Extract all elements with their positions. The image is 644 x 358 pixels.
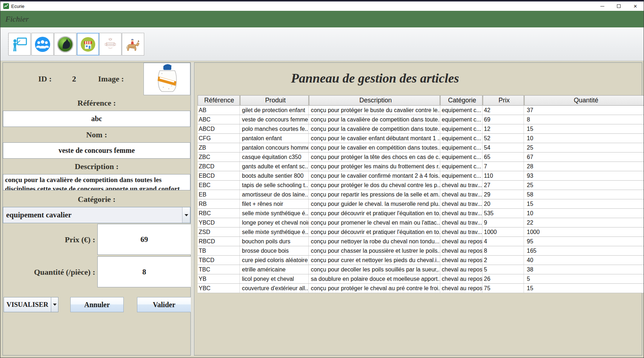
table-cell: YBC: [198, 284, 240, 293]
table-row[interactable]: ZBpantalon concours hommeconçu pour le c…: [198, 143, 644, 153]
table-row[interactable]: ZBCDgants adulte et enfant sc...conçu po…: [198, 162, 644, 171]
table-cell: couverture d'extérieur all...: [240, 284, 309, 293]
table-cell: 95: [524, 237, 644, 246]
table-row[interactable]: YBCDlonge poney et cheval noirconçu pour…: [198, 218, 644, 227]
column-header-5[interactable]: Quantité: [524, 95, 644, 106]
column-header-1[interactable]: Produit: [240, 95, 309, 106]
table-cell: conçu pour protéger le dos du cheval con…: [309, 181, 440, 190]
table-cell: 20: [482, 199, 524, 208]
table-cell: RBC: [198, 209, 240, 218]
description-input[interactable]: conçu pour la cavalière de competition d…: [3, 174, 190, 190]
window-controls: ✕: [594, 1, 644, 11]
table-cell: conçu pour le cavalier confirmé montant …: [309, 171, 440, 180]
category-selected-value: equipement cavalier: [3, 207, 182, 223]
table-cell: 2: [482, 256, 524, 265]
clients-group-icon: [34, 36, 51, 53]
table-row[interactable]: TBCetrille américaineconçu pour decoller…: [198, 265, 644, 274]
description-label: Description :: [3, 159, 190, 174]
table-cell: 7: [482, 162, 524, 171]
table-cell: cure pied coloris aléatoire: [240, 256, 309, 265]
table-cell: equipement c...: [440, 153, 482, 162]
toolbar-button-events[interactable]: EVENT: [99, 33, 122, 56]
chevron-down-icon[interactable]: [182, 207, 190, 223]
app-icon: [3, 3, 9, 9]
table-cell: 4: [482, 237, 524, 246]
table-cell: gants adulte et enfant sc...: [240, 162, 309, 171]
column-header-0[interactable]: Référence: [198, 95, 240, 106]
toolbar-button-riding[interactable]: [122, 33, 144, 56]
table-cell: 1000: [524, 227, 644, 237]
table-row[interactable]: RBfilet + rênes noirconçu pour guider le…: [198, 199, 644, 209]
visualize-dropdown-icon[interactable]: [51, 297, 58, 312]
table-cell: sa doublure en polaire douce et moelleus…: [309, 274, 440, 283]
toolbar-button-horses[interactable]: [54, 33, 76, 56]
table-cell: conçu pour guider le cheval. la museroll…: [309, 199, 440, 208]
split-pane-divider[interactable]: [191, 62, 194, 355]
column-header-2[interactable]: Description: [309, 95, 440, 106]
reference-input[interactable]: abc: [3, 111, 190, 127]
table-cell: cheval au repos: [440, 274, 482, 283]
table-row[interactable]: ABgilet de protection enfantconçu pour p…: [198, 106, 644, 115]
table-row[interactable]: RBCselle mixte synthétique é...conçu pou…: [198, 209, 644, 218]
column-header-4[interactable]: Prix: [483, 95, 524, 106]
table-row[interactable]: RBCDbouchon poils dursconçu pour nettoye…: [198, 237, 644, 246]
column-header-3[interactable]: Catégorie: [440, 95, 482, 106]
table-row[interactable]: ZSDselle mixte synthétique é...conçu pou…: [198, 227, 644, 237]
table-cell: equipement c...: [440, 143, 482, 152]
table-cell: 15: [524, 199, 644, 208]
maximize-icon[interactable]: [610, 1, 627, 11]
quantity-input[interactable]: 8: [97, 256, 191, 287]
page-title: Panneau de gestion des articles: [291, 71, 459, 86]
toolbar-button-instructors[interactable]: [8, 33, 31, 56]
table-cell: 54: [482, 143, 524, 152]
toolbar-button-shop[interactable]: [77, 33, 99, 56]
table-cell: boots adulte sentier 800: [240, 171, 309, 180]
table-cell: EB: [198, 190, 240, 199]
table-cell: 8: [524, 115, 644, 124]
minimize-icon[interactable]: [594, 1, 610, 11]
table-cell: conçu pour la cavalière de competition d…: [309, 124, 440, 133]
table-cell: YBCD: [198, 218, 240, 227]
table-cell: 8: [482, 246, 524, 255]
table-cell: conçu pour protéger le buste du cavalier…: [309, 106, 440, 115]
table-cell: casque équitation c350: [240, 153, 309, 162]
table-cell: ZBCD: [198, 162, 240, 171]
table-row[interactable]: YBCcouverture d'extérieur all...conçu po…: [198, 284, 644, 293]
table-row[interactable]: ABCDpolo manches courtes fe...conçu pour…: [198, 124, 644, 134]
visualize-button-label: VISUALISER: [4, 297, 51, 312]
table-cell: 27: [482, 181, 524, 190]
name-input[interactable]: veste de concours femme: [3, 142, 190, 159]
close-icon[interactable]: ✕: [627, 1, 644, 11]
product-image[interactable]: [144, 63, 190, 95]
table-row[interactable]: ZBCcasque équitation c350conçu pour prot…: [198, 153, 644, 162]
table-cell: longe poney et cheval noir: [240, 218, 309, 227]
table-row[interactable]: EBCtapis de selle schooling t...conçu po…: [198, 181, 644, 190]
name-label: Nom :: [3, 127, 190, 142]
cancel-button[interactable]: Annuler: [70, 297, 124, 312]
validate-button[interactable]: Valider: [137, 297, 191, 312]
category-select[interactable]: equipement cavalier: [3, 207, 190, 223]
table-row[interactable]: CFGpantalon enfantconçu pour le cavalier…: [198, 134, 644, 143]
table-cell: gilet de protection enfant: [240, 106, 309, 115]
table-row[interactable]: TBCDcure pied coloris aléatoireconçu pou…: [198, 256, 644, 265]
visualize-button[interactable]: VISUALISER: [4, 297, 58, 312]
table-cell: 15: [524, 124, 644, 133]
table-row[interactable]: TBbrosse douce boisconçu pour chasser la…: [198, 246, 644, 256]
table-cell: 65: [482, 153, 524, 162]
table-cell: 28: [524, 162, 644, 171]
table-cell: 5: [482, 265, 524, 274]
table-cell: 535: [482, 209, 524, 218]
table-row[interactable]: EBamortisseur de dos laine...conçu pour …: [198, 190, 644, 199]
table-cell: ZBC: [198, 153, 240, 162]
toolbar-button-clients[interactable]: [31, 33, 54, 56]
table-cell: 37: [524, 106, 644, 115]
table-cell: TB: [198, 246, 240, 255]
table-row[interactable]: ABCveste de concours femmeconçu pour la …: [198, 115, 644, 124]
table-cell: equipement c...: [440, 171, 482, 180]
titlebar: Ecurie ✕: [0, 1, 644, 11]
table-row[interactable]: YBlicol poney et chevalsa doublure en po…: [198, 274, 644, 284]
table-row[interactable]: EBCDboots adulte sentier 800conçu pour l…: [198, 171, 644, 181]
price-input[interactable]: 69: [97, 224, 191, 255]
table-cell: pantalon concours homme: [240, 143, 309, 152]
menu-fichier[interactable]: Fichier: [0, 14, 34, 24]
